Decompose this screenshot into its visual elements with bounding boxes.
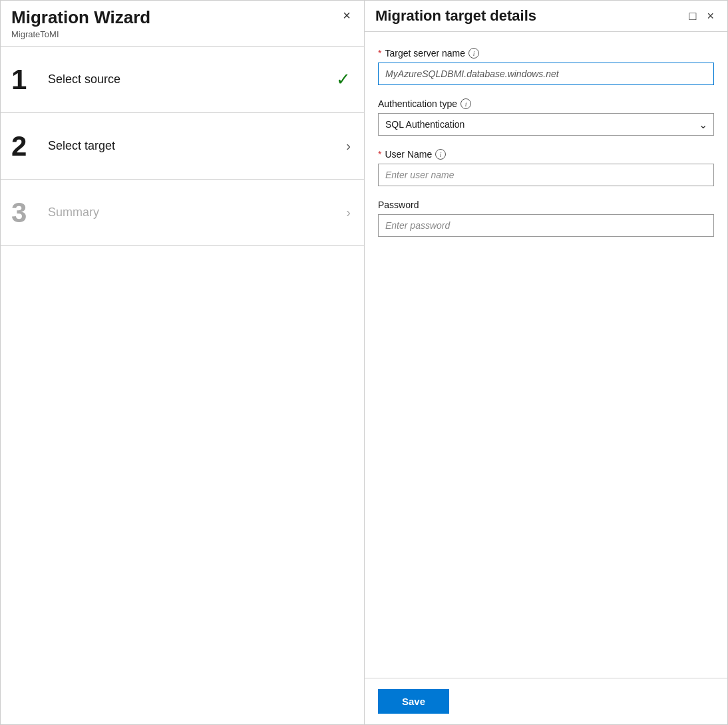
password-group: Password (378, 200, 714, 237)
step-2-label: Select target (48, 139, 339, 153)
step-3-label: Summary (48, 206, 339, 219)
step-1-label: Select source (48, 72, 329, 86)
required-star-server: * (378, 48, 381, 59)
left-header: Migration Wizard MigrateToMI × (1, 1, 364, 47)
maximize-button[interactable]: □ (687, 8, 699, 25)
authentication-type-group: Authentication type i SQL Authentication… (378, 98, 714, 136)
target-server-name-input[interactable] (378, 63, 714, 85)
right-content: * Target server name i Authentication ty… (365, 32, 727, 678)
target-server-name-group: * Target server name i (378, 48, 714, 85)
target-server-info-icon: i (468, 48, 479, 59)
authentication-type-select[interactable]: SQL Authentication Windows Authenticatio… (378, 113, 714, 136)
wizard-steps: 1 Select source ✓ 2 Select target › 3 Su… (1, 47, 364, 724)
required-star-username: * (378, 149, 381, 160)
step-2-number: 2 (11, 132, 48, 160)
password-input[interactable] (378, 214, 714, 237)
authentication-type-select-wrapper: SQL Authentication Windows Authenticatio… (378, 113, 714, 136)
authentication-type-label-text: Authentication type (378, 98, 457, 109)
wizard-step-2[interactable]: 2 Select target › (1, 113, 364, 180)
target-server-name-label: * Target server name i (378, 48, 714, 59)
user-name-label: * User Name i (378, 149, 714, 160)
right-panel-title: Migration target details (375, 7, 536, 25)
wizard-step-3[interactable]: 3 Summary › (1, 180, 364, 246)
right-panel: Migration target details □ × * Target se… (365, 1, 727, 724)
right-footer: Save (365, 678, 727, 724)
step-1-number: 1 (11, 66, 48, 94)
app-container: Migration Wizard MigrateToMI × 1 Select … (0, 0, 728, 725)
wizard-title: Migration Wizard (11, 7, 150, 28)
save-button[interactable]: Save (378, 689, 449, 714)
right-header-actions: □ × (687, 8, 717, 25)
left-header-text: Migration Wizard MigrateToMI (11, 7, 150, 39)
left-close-button[interactable]: × (340, 7, 353, 23)
user-name-label-text: User Name (385, 149, 432, 160)
right-close-button[interactable]: × (704, 8, 717, 25)
left-panel: Migration Wizard MigrateToMI × 1 Select … (1, 1, 365, 724)
target-server-name-label-text: Target server name (385, 48, 465, 59)
step-1-checkmark-icon: ✓ (336, 69, 351, 90)
user-name-info-icon: i (435, 149, 446, 160)
right-header: Migration target details □ × (365, 1, 727, 32)
wizard-subtitle: MigrateToMI (11, 29, 150, 39)
password-label-text: Password (378, 200, 419, 210)
wizard-step-1[interactable]: 1 Select source ✓ (1, 47, 364, 113)
step-3-chevron-icon: › (346, 205, 351, 220)
step-2-chevron-icon: › (346, 138, 351, 154)
user-name-input[interactable] (378, 164, 714, 186)
step-3-number: 3 (11, 199, 48, 227)
user-name-group: * User Name i (378, 149, 714, 186)
password-label: Password (378, 200, 714, 210)
authentication-type-info-icon: i (460, 98, 471, 109)
authentication-type-label: Authentication type i (378, 98, 714, 109)
